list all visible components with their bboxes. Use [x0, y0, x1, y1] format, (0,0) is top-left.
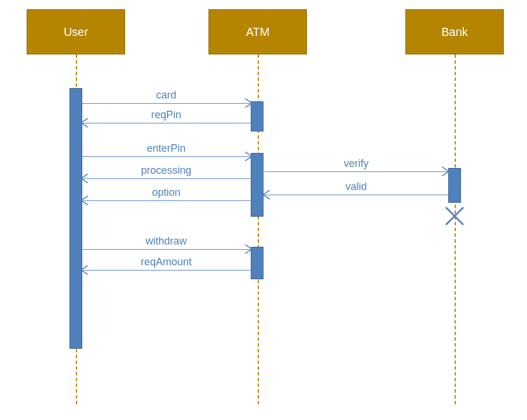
lifeline-atm-label: ATM [246, 25, 270, 39]
msg-option-label: option [152, 187, 180, 199]
lifeline-bank-label: Bank [441, 25, 468, 39]
msg-reqpin-label: reqPin [151, 109, 181, 121]
msg-verify-label: verify [343, 158, 368, 170]
msg-processing-line [82, 178, 251, 179]
lifeline-bank-dash [455, 54, 456, 404]
msg-valid-label: valid [345, 181, 367, 193]
msg-valid-line [264, 195, 448, 195]
activation-user [69, 88, 82, 349]
lifeline-bank: Bank [405, 9, 504, 54]
msg-withdraw-label: withdraw [145, 235, 186, 247]
activation-atm-2 [251, 153, 264, 217]
msg-reqpin-line [82, 123, 251, 123]
msg-reqamount-label: reqAmount [141, 256, 192, 268]
msg-verify-line [264, 171, 448, 172]
msg-processing-label: processing [141, 165, 191, 177]
lifeline-atm: ATM [208, 9, 307, 54]
sequence-diagram: User ATM Bank card reqPin enterPin verif… [0, 0, 527, 420]
msg-card-label: card [156, 89, 176, 101]
lifeline-user-label: User [64, 25, 88, 39]
msg-enterpin-label: enterPin [147, 143, 185, 155]
activation-bank [448, 168, 461, 203]
msg-withdraw-line [82, 249, 251, 250]
msg-enterpin-line [82, 156, 251, 157]
msg-option-line [82, 200, 251, 201]
msg-card-line [82, 103, 251, 104]
lifeline-user: User [27, 9, 125, 54]
destroy-bank-icon [445, 206, 464, 226]
msg-reqamount-line [82, 270, 251, 271]
